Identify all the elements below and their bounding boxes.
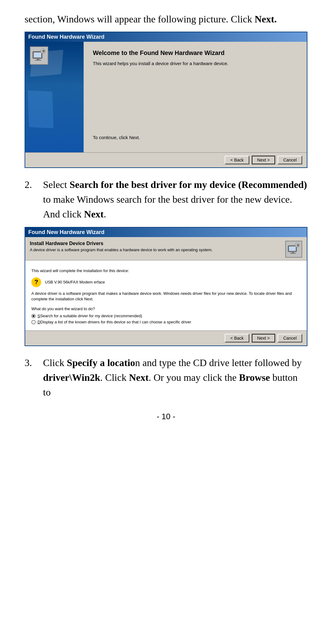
- dialog2-subtitle: A device driver is a software program th…: [30, 248, 285, 253]
- dialog1-back-button[interactable]: < Back: [225, 156, 249, 164]
- dialog2-title-section: Install Hardware Device Drivers A device…: [30, 241, 285, 253]
- dialog2-radio1[interactable]: SSearch for a suitable driver for my dev…: [31, 314, 301, 318]
- radio2-dot[interactable]: [31, 320, 36, 324]
- svg-rect-7: [289, 246, 296, 251]
- page-number: - 10 -: [25, 412, 307, 421]
- intro-paragraph: section, Windows will appear the followi…: [25, 12, 307, 26]
- dialog1-cancel-button[interactable]: Cancel: [278, 156, 302, 164]
- dialog1-description: This wizard helps you install a device d…: [93, 60, 298, 67]
- dialog1-found-new-hardware: Found New Hardware Wizard ⚙ Welcome to t…: [25, 32, 307, 168]
- svg-rect-1: [34, 53, 41, 57]
- dialog2-body: This wizard will complete the installati…: [25, 260, 307, 331]
- dialog2-question: What do you want the wizard to do?: [31, 306, 301, 311]
- dialog2-titlebar: Found New Hardware Wizard: [25, 228, 307, 237]
- svg-text:⚙: ⚙: [42, 49, 45, 53]
- intro-bold: Next.: [255, 14, 277, 25]
- dialog2-back-button[interactable]: < Back: [225, 334, 249, 342]
- dialog2-main-title: Install Hardware Device Drivers: [30, 241, 285, 246]
- svg-rect-2: [37, 58, 39, 60]
- dialog2-footer: < Back Next > Cancel: [25, 330, 307, 345]
- dialog1-next-button[interactable]: Next >: [252, 156, 275, 164]
- intro-text: section, Windows will appear the followi…: [25, 14, 255, 25]
- dialog2-header: Install Hardware Device Drivers A device…: [25, 237, 307, 260]
- dialog2-cancel-button[interactable]: Cancel: [278, 334, 302, 342]
- radio1-dot[interactable]: [31, 314, 36, 318]
- dialog2-info-text: A device driver is a software program th…: [31, 291, 301, 302]
- dialog2-install-drivers: Found New Hardware Wizard Install Hardwa…: [25, 227, 307, 346]
- step2-paragraph: 2. Select Search for the best driver for…: [25, 177, 307, 221]
- step3-number: 3.: [25, 355, 37, 400]
- step3-paragraph: 3. Click Specify a location and type the…: [25, 355, 307, 400]
- dialog2-radio2[interactable]: DDisplay a list of the known drivers for…: [31, 320, 301, 324]
- dialog2-device-row: ? USB V.90 56k/FAX Modem erface: [31, 277, 301, 287]
- dialog2-wizard-text: This wizard will complete the installati…: [31, 268, 301, 274]
- hardware-icon: ⚙: [30, 46, 48, 65]
- svg-rect-8: [292, 252, 294, 253]
- step3-content: Click Specify a location and type the CD…: [43, 355, 307, 400]
- svg-rect-9: [290, 253, 296, 254]
- dialog1-continue: To continue, click Next.: [93, 135, 298, 140]
- step2-number: 2.: [25, 177, 37, 221]
- svg-text:⚙: ⚙: [297, 244, 299, 247]
- svg-rect-3: [35, 60, 41, 60]
- radio1-label: SSearch for a suitable driver for my dev…: [38, 314, 142, 318]
- dialog1-footer: < Back Next > Cancel: [25, 152, 307, 167]
- wizard-left-panel: ⚙: [25, 42, 84, 152]
- dialog1-body: ⚙ Welcome to the Found New Hardware Wiza…: [25, 42, 307, 152]
- radio2-label: DDisplay a list of the known drivers for…: [38, 320, 191, 324]
- dialog2-header-icon: ⚙: [285, 241, 302, 258]
- wizard-right-panel: Welcome to the Found New Hardware Wizard…: [84, 42, 307, 152]
- dialog2-device-name: USB V.90 56k/FAX Modem erface: [45, 280, 105, 284]
- dialog2-next-button[interactable]: Next >: [252, 334, 275, 342]
- question-icon: ?: [31, 277, 41, 287]
- dialog1-title: Welcome to the Found New Hardware Wizard: [93, 49, 298, 57]
- step2-content: Select Search for the best driver for my…: [43, 177, 307, 221]
- dialog1-titlebar: Found New Hardware Wizard: [25, 32, 307, 42]
